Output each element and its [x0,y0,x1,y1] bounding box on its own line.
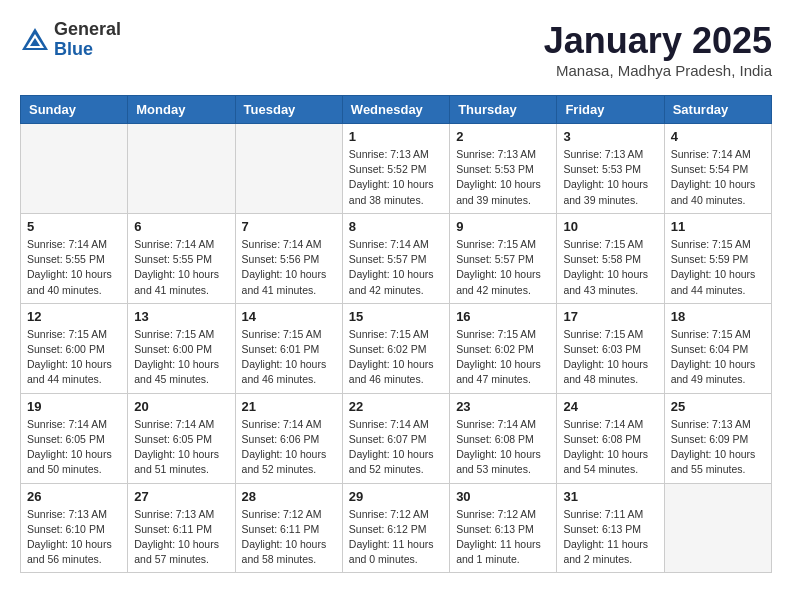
calendar-day-cell [664,483,771,573]
day-number: 7 [242,219,336,234]
day-number: 17 [563,309,657,324]
day-number: 10 [563,219,657,234]
day-info: Sunrise: 7:11 AM Sunset: 6:13 PM Dayligh… [563,507,657,568]
calendar-day-cell: 19Sunrise: 7:14 AM Sunset: 6:05 PM Dayli… [21,393,128,483]
weekday-header: Tuesday [235,96,342,124]
day-number: 28 [242,489,336,504]
calendar-day-cell: 24Sunrise: 7:14 AM Sunset: 6:08 PM Dayli… [557,393,664,483]
day-number: 31 [563,489,657,504]
calendar-day-cell: 13Sunrise: 7:15 AM Sunset: 6:00 PM Dayli… [128,303,235,393]
day-number: 5 [27,219,121,234]
day-number: 19 [27,399,121,414]
day-info: Sunrise: 7:13 AM Sunset: 5:52 PM Dayligh… [349,147,443,208]
day-number: 16 [456,309,550,324]
day-number: 26 [27,489,121,504]
day-info: Sunrise: 7:15 AM Sunset: 6:04 PM Dayligh… [671,327,765,388]
day-info: Sunrise: 7:15 AM Sunset: 6:00 PM Dayligh… [27,327,121,388]
day-number: 22 [349,399,443,414]
day-number: 20 [134,399,228,414]
logo-general: General [54,20,121,40]
calendar-day-cell: 25Sunrise: 7:13 AM Sunset: 6:09 PM Dayli… [664,393,771,483]
day-number: 24 [563,399,657,414]
day-info: Sunrise: 7:15 AM Sunset: 6:03 PM Dayligh… [563,327,657,388]
calendar-day-cell: 31Sunrise: 7:11 AM Sunset: 6:13 PM Dayli… [557,483,664,573]
calendar-day-cell: 4Sunrise: 7:14 AM Sunset: 5:54 PM Daylig… [664,124,771,214]
day-info: Sunrise: 7:15 AM Sunset: 5:58 PM Dayligh… [563,237,657,298]
logo: General Blue [20,20,121,60]
calendar-day-cell: 29Sunrise: 7:12 AM Sunset: 6:12 PM Dayli… [342,483,449,573]
calendar-day-cell: 26Sunrise: 7:13 AM Sunset: 6:10 PM Dayli… [21,483,128,573]
day-number: 2 [456,129,550,144]
day-info: Sunrise: 7:14 AM Sunset: 5:55 PM Dayligh… [134,237,228,298]
page-header: General Blue January 2025 Manasa, Madhya… [20,20,772,79]
day-info: Sunrise: 7:14 AM Sunset: 6:07 PM Dayligh… [349,417,443,478]
calendar-week-row: 1Sunrise: 7:13 AM Sunset: 5:52 PM Daylig… [21,124,772,214]
day-info: Sunrise: 7:14 AM Sunset: 6:08 PM Dayligh… [563,417,657,478]
calendar-day-cell: 14Sunrise: 7:15 AM Sunset: 6:01 PM Dayli… [235,303,342,393]
calendar-day-cell: 9Sunrise: 7:15 AM Sunset: 5:57 PM Daylig… [450,213,557,303]
calendar-day-cell: 8Sunrise: 7:14 AM Sunset: 5:57 PM Daylig… [342,213,449,303]
logo-text: General Blue [54,20,121,60]
day-info: Sunrise: 7:13 AM Sunset: 6:10 PM Dayligh… [27,507,121,568]
calendar-day-cell: 15Sunrise: 7:15 AM Sunset: 6:02 PM Dayli… [342,303,449,393]
day-info: Sunrise: 7:12 AM Sunset: 6:12 PM Dayligh… [349,507,443,568]
calendar-day-cell [21,124,128,214]
day-info: Sunrise: 7:14 AM Sunset: 5:55 PM Dayligh… [27,237,121,298]
day-number: 29 [349,489,443,504]
calendar-day-cell: 3Sunrise: 7:13 AM Sunset: 5:53 PM Daylig… [557,124,664,214]
calendar-day-cell: 7Sunrise: 7:14 AM Sunset: 5:56 PM Daylig… [235,213,342,303]
weekday-header: Wednesday [342,96,449,124]
day-info: Sunrise: 7:14 AM Sunset: 5:54 PM Dayligh… [671,147,765,208]
calendar-day-cell: 28Sunrise: 7:12 AM Sunset: 6:11 PM Dayli… [235,483,342,573]
calendar-day-cell: 22Sunrise: 7:14 AM Sunset: 6:07 PM Dayli… [342,393,449,483]
logo-blue: Blue [54,40,121,60]
day-info: Sunrise: 7:13 AM Sunset: 5:53 PM Dayligh… [563,147,657,208]
day-info: Sunrise: 7:14 AM Sunset: 6:06 PM Dayligh… [242,417,336,478]
day-number: 14 [242,309,336,324]
logo-icon [20,26,50,54]
day-info: Sunrise: 7:14 AM Sunset: 5:56 PM Dayligh… [242,237,336,298]
calendar-day-cell: 10Sunrise: 7:15 AM Sunset: 5:58 PM Dayli… [557,213,664,303]
calendar-week-row: 12Sunrise: 7:15 AM Sunset: 6:00 PM Dayli… [21,303,772,393]
weekday-header: Sunday [21,96,128,124]
day-number: 9 [456,219,550,234]
day-info: Sunrise: 7:15 AM Sunset: 6:00 PM Dayligh… [134,327,228,388]
day-info: Sunrise: 7:14 AM Sunset: 6:05 PM Dayligh… [134,417,228,478]
day-number: 30 [456,489,550,504]
day-info: Sunrise: 7:14 AM Sunset: 6:05 PM Dayligh… [27,417,121,478]
day-info: Sunrise: 7:15 AM Sunset: 6:02 PM Dayligh… [349,327,443,388]
calendar-day-cell: 16Sunrise: 7:15 AM Sunset: 6:02 PM Dayli… [450,303,557,393]
calendar-day-cell: 23Sunrise: 7:14 AM Sunset: 6:08 PM Dayli… [450,393,557,483]
calendar-day-cell: 17Sunrise: 7:15 AM Sunset: 6:03 PM Dayli… [557,303,664,393]
day-info: Sunrise: 7:14 AM Sunset: 5:57 PM Dayligh… [349,237,443,298]
title-area: January 2025 Manasa, Madhya Pradesh, Ind… [544,20,772,79]
calendar-header-row: SundayMondayTuesdayWednesdayThursdayFrid… [21,96,772,124]
day-number: 1 [349,129,443,144]
day-info: Sunrise: 7:14 AM Sunset: 6:08 PM Dayligh… [456,417,550,478]
calendar-week-row: 5Sunrise: 7:14 AM Sunset: 5:55 PM Daylig… [21,213,772,303]
day-number: 12 [27,309,121,324]
calendar-week-row: 26Sunrise: 7:13 AM Sunset: 6:10 PM Dayli… [21,483,772,573]
calendar-day-cell: 12Sunrise: 7:15 AM Sunset: 6:00 PM Dayli… [21,303,128,393]
day-info: Sunrise: 7:15 AM Sunset: 5:59 PM Dayligh… [671,237,765,298]
day-number: 3 [563,129,657,144]
day-number: 8 [349,219,443,234]
calendar-table: SundayMondayTuesdayWednesdayThursdayFrid… [20,95,772,573]
day-info: Sunrise: 7:15 AM Sunset: 5:57 PM Dayligh… [456,237,550,298]
day-number: 11 [671,219,765,234]
calendar-day-cell: 30Sunrise: 7:12 AM Sunset: 6:13 PM Dayli… [450,483,557,573]
calendar-day-cell: 21Sunrise: 7:14 AM Sunset: 6:06 PM Dayli… [235,393,342,483]
calendar-day-cell: 11Sunrise: 7:15 AM Sunset: 5:59 PM Dayli… [664,213,771,303]
day-info: Sunrise: 7:13 AM Sunset: 6:09 PM Dayligh… [671,417,765,478]
weekday-header: Monday [128,96,235,124]
day-info: Sunrise: 7:15 AM Sunset: 6:01 PM Dayligh… [242,327,336,388]
calendar-day-cell: 20Sunrise: 7:14 AM Sunset: 6:05 PM Dayli… [128,393,235,483]
day-info: Sunrise: 7:12 AM Sunset: 6:13 PM Dayligh… [456,507,550,568]
day-info: Sunrise: 7:15 AM Sunset: 6:02 PM Dayligh… [456,327,550,388]
day-number: 27 [134,489,228,504]
day-info: Sunrise: 7:13 AM Sunset: 5:53 PM Dayligh… [456,147,550,208]
calendar-day-cell: 1Sunrise: 7:13 AM Sunset: 5:52 PM Daylig… [342,124,449,214]
calendar-day-cell: 5Sunrise: 7:14 AM Sunset: 5:55 PM Daylig… [21,213,128,303]
calendar-day-cell: 27Sunrise: 7:13 AM Sunset: 6:11 PM Dayli… [128,483,235,573]
weekday-header: Saturday [664,96,771,124]
